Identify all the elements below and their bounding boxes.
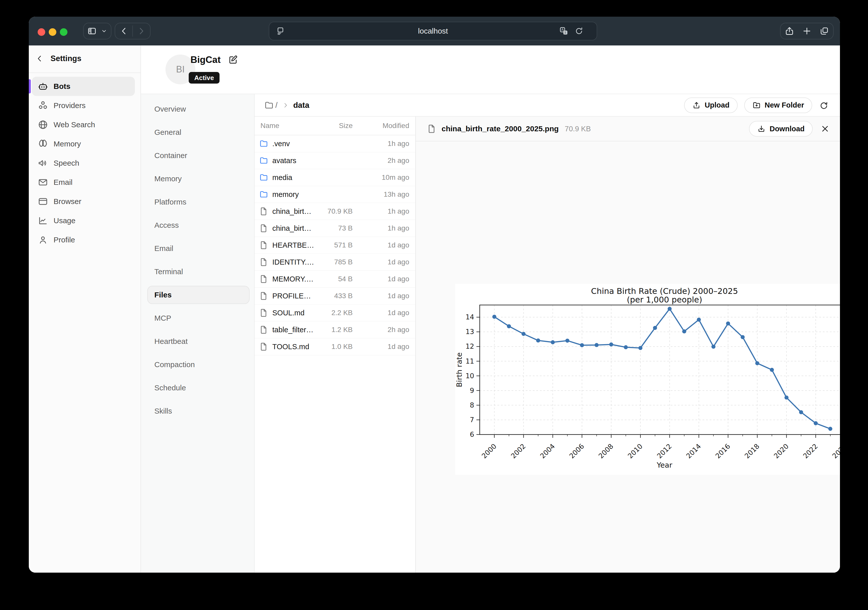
table-row[interactable]: HEARTBEAT…571 B1d ago [255, 237, 415, 254]
address-bar[interactable]: localhost A文 [269, 22, 597, 40]
minimize-window-button[interactable] [49, 28, 56, 36]
tab-schedule[interactable]: Schedule [141, 376, 254, 399]
tab-label: Heartbeat [154, 337, 188, 346]
table-row[interactable]: memory13h ago [255, 186, 415, 203]
tab-container[interactable]: Container [141, 144, 254, 167]
nav-buttons-group [115, 23, 150, 39]
table-row[interactable]: avatars2h ago [255, 152, 415, 169]
tab-label: Compaction [154, 360, 195, 369]
folder-icon [259, 190, 268, 199]
tab-label: General [154, 128, 181, 136]
download-button[interactable]: Download [749, 121, 813, 136]
svg-text:2010: 2010 [626, 442, 644, 460]
tab-email[interactable]: Email [141, 237, 254, 260]
refresh-icon[interactable] [819, 100, 829, 110]
file-icon [259, 291, 268, 300]
file-modified: 1d ago [353, 258, 415, 266]
zoom-window-button[interactable] [60, 28, 67, 36]
tab-overview-icon[interactable] [820, 26, 829, 36]
sidebar-item-profile[interactable]: Profile [32, 230, 135, 249]
tab-memory[interactable]: Memory [141, 167, 254, 190]
tab-files[interactable]: Files [141, 283, 254, 307]
file-modified: 2h ago [353, 326, 415, 334]
new-folder-button[interactable]: New Folder [744, 98, 812, 113]
tab-heartbeat[interactable]: Heartbeat [141, 330, 254, 353]
providers-icon [38, 101, 48, 111]
file-name: TOOLS.md [272, 343, 315, 351]
file-modified: 13h ago [353, 190, 415, 198]
sidebar-item-browser[interactable]: Browser [32, 192, 135, 211]
tab-general[interactable]: General [141, 121, 254, 144]
reload-icon[interactable] [575, 26, 584, 36]
root-folder-icon[interactable] [264, 101, 274, 110]
browser-window: localhost A文 Settings BotsProvidersWeb S… [29, 17, 840, 573]
file-name: HEARTBEAT… [272, 241, 315, 249]
sidebar-item-email[interactable]: Email [32, 173, 135, 192]
table-row[interactable]: china_birth…73 B1h ago [255, 220, 415, 237]
chevron-right-icon [282, 102, 289, 108]
sidebar-item-speech[interactable]: Speech [32, 153, 135, 173]
file-name: PROFILES.md [272, 292, 315, 300]
new-tab-icon[interactable] [802, 26, 812, 36]
file-name: memory [272, 190, 315, 199]
sidebar-item-providers[interactable]: Providers [32, 96, 135, 115]
file-size: 1.2 KB [315, 326, 353, 334]
table-row[interactable]: media10m ago [255, 169, 415, 186]
folder-plus-icon [752, 101, 761, 110]
svg-text:2018: 2018 [743, 442, 761, 460]
svg-text:9: 9 [470, 387, 474, 394]
close-window-button[interactable] [38, 28, 45, 36]
sidebar-toggle-icon[interactable] [87, 26, 97, 36]
breadcrumb-root[interactable]: / [275, 101, 277, 110]
sidebar-item-memory[interactable]: Memory [32, 134, 135, 153]
svg-text:12: 12 [466, 342, 474, 350]
speech-icon [38, 158, 48, 168]
table-row[interactable]: IDENTITY.md785 B1d ago [255, 254, 415, 271]
active-tab-pill: Files [147, 286, 250, 304]
svg-text:Year: Year [657, 461, 672, 469]
breadcrumb-current[interactable]: data [293, 101, 310, 110]
forward-button[interactable] [136, 26, 146, 36]
svg-text:2002: 2002 [509, 442, 527, 460]
table-row[interactable]: table_filter_…1.2 KB2h ago [255, 321, 415, 338]
browser-chrome: localhost A文 [29, 17, 840, 45]
sidebar-nav: BotsProvidersWeb SearchMemorySpeechEmail… [29, 77, 141, 249]
tab-overview[interactable]: Overview [141, 98, 254, 121]
file-icon [259, 342, 268, 351]
table-row[interactable]: MEMORY.md54 B1d ago [255, 271, 415, 288]
table-row[interactable]: china_birth…70.9 KB1h ago [255, 203, 415, 220]
sidebar-item-web-search[interactable]: Web Search [32, 115, 135, 134]
tab-label: Container [154, 151, 187, 160]
svg-text:2016: 2016 [714, 442, 732, 460]
globe-icon [38, 120, 48, 130]
chevron-down-icon[interactable] [101, 28, 107, 34]
tab-terminal[interactable]: Terminal [141, 260, 254, 283]
file-modified: 10m ago [353, 173, 415, 181]
table-row[interactable]: SOUL.md2.2 KB1d ago [255, 305, 415, 321]
bot-header: BI BigCat Active [141, 45, 840, 94]
file-size: 571 B [315, 241, 353, 249]
sidebar-item-label: Browser [54, 197, 81, 206]
file-size: 433 B [315, 292, 353, 300]
upload-button[interactable]: Upload [684, 98, 738, 113]
sidebar-item-usage[interactable]: Usage [32, 211, 135, 230]
tab-skills[interactable]: Skills [141, 399, 254, 423]
profile-icon [38, 235, 48, 245]
file-size: 785 B [315, 258, 353, 266]
sidebar-item-bots[interactable]: Bots [32, 77, 135, 96]
tab-access[interactable]: Access [141, 214, 254, 237]
tab-mcp[interactable]: MCP [141, 307, 254, 330]
tab-platforms[interactable]: Platforms [141, 190, 254, 214]
share-icon[interactable] [784, 26, 794, 36]
edit-icon[interactable] [228, 55, 238, 65]
download-label: Download [769, 125, 804, 133]
back-button[interactable] [119, 26, 129, 36]
table-row[interactable]: TOOLS.md1.0 KB1d ago [255, 338, 415, 355]
table-row[interactable]: .venv1h ago [255, 135, 415, 152]
table-row[interactable]: PROFILES.md433 B1d ago [255, 288, 415, 305]
settings-back[interactable]: Settings [29, 51, 81, 66]
translate-icon[interactable]: A文 [559, 26, 568, 36]
close-icon[interactable] [820, 124, 830, 133]
tab-compaction[interactable]: Compaction [141, 353, 254, 376]
file-name: IDENTITY.md [272, 258, 315, 266]
